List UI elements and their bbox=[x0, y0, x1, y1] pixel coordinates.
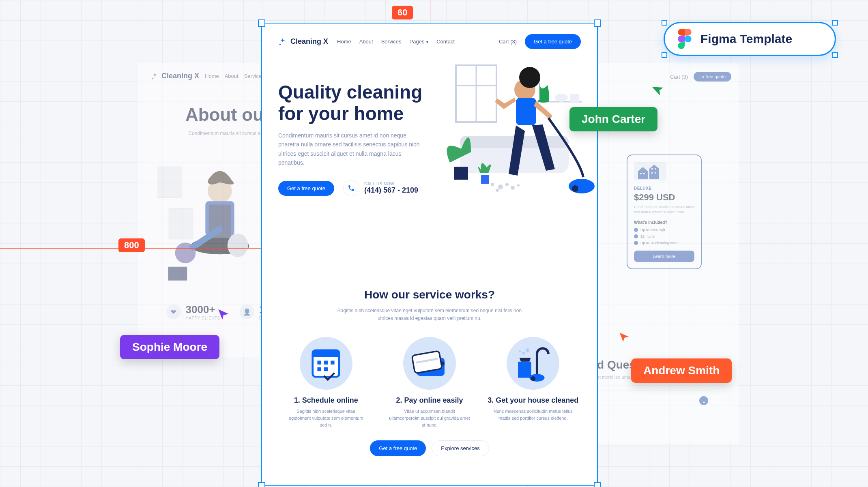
svg-point-36 bbox=[517, 184, 520, 187]
explore-button[interactable]: Explore services bbox=[432, 440, 489, 456]
svg-rect-42 bbox=[318, 367, 321, 371]
nav-services[interactable]: Services bbox=[381, 39, 402, 45]
svg-rect-13 bbox=[651, 172, 653, 174]
collaborator-pill-andrew[interactable]: Andrew Smith bbox=[631, 358, 732, 383]
nav-pages[interactable]: Pages ▾ bbox=[410, 39, 429, 45]
cleaning-icon bbox=[507, 337, 559, 390]
nav-contact[interactable]: Contact bbox=[436, 39, 455, 45]
stat-item: ❤ 3000+ HAPPY CLIENTS bbox=[166, 303, 220, 320]
quote-button[interactable]: Get a free quote bbox=[525, 34, 581, 49]
svg-point-6 bbox=[228, 234, 248, 257]
svg-point-19 bbox=[538, 99, 549, 103]
hero-title: Quality cleaning for your home bbox=[278, 82, 432, 124]
svg-rect-0 bbox=[158, 167, 182, 198]
service-card: 2. Pay online easily Vitae ut accumsan b… bbox=[382, 337, 477, 429]
svg-point-49 bbox=[522, 352, 525, 354]
pricing-desc: Condimentum mauris sit cursus amet non n… bbox=[634, 204, 694, 215]
resize-handle[interactable] bbox=[662, 52, 667, 58]
svg-point-27 bbox=[519, 67, 540, 88]
service-title: 3. Get your house cleaned bbox=[486, 396, 581, 405]
resize-handle[interactable] bbox=[832, 52, 838, 58]
credit-card-icon bbox=[403, 337, 456, 390]
ruler-vertical bbox=[430, 0, 430, 23]
resize-handle[interactable] bbox=[662, 20, 667, 26]
service-desc: Nunc maecenas sollicitudin metus tellus … bbox=[492, 408, 574, 422]
nav-about[interactable]: About bbox=[359, 39, 373, 45]
service-desc: Sagittis nibh scelerisque vitae egetolme… bbox=[286, 408, 367, 429]
buildings-icon bbox=[634, 162, 666, 180]
svg-rect-38 bbox=[313, 350, 339, 357]
hero-cta: Get a free quote CALL US NOW (414) 567 -… bbox=[278, 180, 432, 196]
stat-value: 3000+ bbox=[186, 303, 220, 316]
svg-point-53 bbox=[531, 376, 535, 381]
collaborator-pill-sophie[interactable]: Sophie Moore bbox=[120, 335, 219, 359]
svg-point-32 bbox=[491, 183, 494, 186]
figma-logo-icon bbox=[678, 29, 692, 49]
svg-point-29 bbox=[569, 179, 595, 193]
svg-point-51 bbox=[526, 348, 529, 352]
svg-rect-39 bbox=[318, 360, 321, 364]
svg-rect-43 bbox=[324, 367, 328, 371]
sparkle-icon bbox=[278, 37, 287, 46]
user-icon: 👤 bbox=[240, 305, 254, 319]
quote-button[interactable]: Get a free quote bbox=[278, 181, 334, 196]
services-heading: How our service works? bbox=[278, 288, 581, 301]
nav: Cleaning X Home About Services Pages ▾ C… bbox=[278, 34, 581, 49]
chevron-down-icon: ⌄ bbox=[699, 396, 708, 405]
svg-point-35 bbox=[511, 186, 515, 190]
nav-links: Home About Services Pages ▾ Contact bbox=[337, 39, 455, 45]
resize-handle[interactable] bbox=[832, 20, 838, 26]
selected-frame[interactable]: Cleaning X Home About Services Pages ▾ C… bbox=[261, 23, 598, 486]
service-card: 1. Schedule online Sagittis nibh sceleri… bbox=[278, 337, 374, 429]
svg-point-31 bbox=[498, 185, 503, 189]
svg-rect-28 bbox=[516, 98, 536, 125]
svg-rect-7 bbox=[168, 267, 187, 281]
pricing-card: DELUXE $299 USD Condimentum mauris sit c… bbox=[627, 154, 702, 269]
quote-button: t a free quote bbox=[694, 72, 731, 82]
chevron-down-icon: ▾ bbox=[425, 40, 428, 44]
calendar-icon bbox=[300, 337, 352, 390]
figma-template-badge[interactable]: Figma Template bbox=[664, 22, 836, 56]
cursor-icon bbox=[217, 308, 230, 324]
cart-link: Cart (3) bbox=[670, 74, 688, 80]
svg-point-34 bbox=[496, 189, 499, 192]
heart-icon: ❤ bbox=[166, 305, 181, 319]
nav-home: Home bbox=[205, 73, 219, 79]
nav: Cart (3) t a free quote bbox=[590, 72, 739, 82]
learn-more-button: Learn more bbox=[634, 251, 694, 262]
included-item: Up to 10 cleaning tasks bbox=[634, 241, 694, 245]
svg-rect-12 bbox=[655, 168, 656, 169]
brand: Cleaning X bbox=[151, 72, 199, 80]
svg-point-50 bbox=[519, 350, 521, 352]
service-desc: Vitae ut accumsan blandit ullamcorperolm… bbox=[389, 408, 470, 429]
svg-point-54 bbox=[685, 36, 692, 43]
quote-button[interactable]: Get a free quote bbox=[370, 440, 426, 456]
hero-illustration bbox=[440, 82, 581, 219]
nav-home[interactable]: Home bbox=[337, 39, 351, 45]
services-grid: 1. Schedule online Sagittis nibh sceleri… bbox=[278, 337, 581, 429]
call-us[interactable]: CALL US NOW (414) 567 - 2109 bbox=[343, 180, 418, 196]
hero-description: Condimentum mauris sit cursus amet id no… bbox=[278, 131, 424, 167]
hero: Quality cleaning for your home Condiment… bbox=[278, 82, 581, 219]
cursor-icon bbox=[618, 332, 630, 345]
service-card: 3. Get your house cleaned Nunc maecenas … bbox=[486, 337, 581, 429]
services-section: How our service works? Sagittis nibh sce… bbox=[278, 288, 581, 456]
pricing-price: $299 USD bbox=[634, 192, 694, 203]
svg-rect-1 bbox=[169, 208, 193, 239]
hero-text: Quality cleaning for your home Condiment… bbox=[278, 82, 432, 219]
stat-label: HAPPY CLIENTS bbox=[186, 316, 220, 320]
sparkle-icon bbox=[151, 72, 159, 80]
frame-content: Cleaning X Home About Services Pages ▾ C… bbox=[262, 24, 597, 485]
collaborator-pill-john[interactable]: John Carter bbox=[569, 107, 657, 131]
cart-link[interactable]: Cart (3) bbox=[499, 39, 517, 45]
nav-right: Cart (3) Get a free quote bbox=[499, 34, 581, 49]
svg-rect-41 bbox=[331, 360, 334, 364]
brand[interactable]: Cleaning X bbox=[278, 37, 328, 46]
svg-point-33 bbox=[505, 183, 509, 186]
included-item: Up to 2500 sqft bbox=[634, 228, 694, 232]
svg-rect-25 bbox=[481, 175, 489, 184]
brand-text: Cleaning X bbox=[161, 72, 199, 80]
svg-rect-9 bbox=[640, 173, 642, 174]
nav-about: About bbox=[225, 73, 238, 79]
svg-rect-10 bbox=[643, 173, 645, 174]
